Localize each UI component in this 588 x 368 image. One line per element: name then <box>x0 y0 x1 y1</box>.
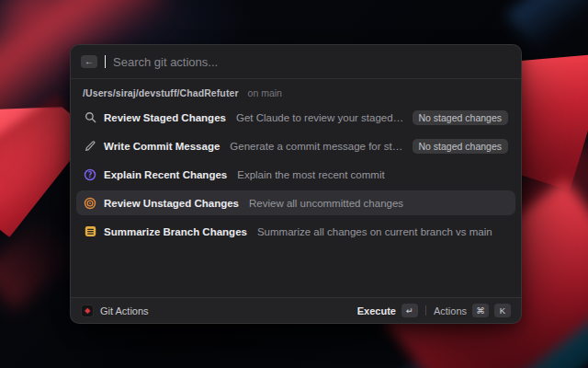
repo-branch: on main <box>248 87 282 98</box>
git-actions-app-icon: ◆ <box>81 305 94 317</box>
list-item[interactable]: Review Unstaged Changes Review all uncom… <box>76 190 515 215</box>
item-status-badge: No staged changes <box>413 110 508 125</box>
footer-shortcuts: Execute ↵ Actions ⌘ K <box>357 304 511 317</box>
text-caret <box>105 55 106 68</box>
target-icon <box>84 197 96 210</box>
pencil-icon <box>84 140 96 153</box>
search-header: ← <box>71 45 521 79</box>
list-item[interactable]: Review Staged Changes Get Claude to revi… <box>76 105 515 130</box>
action-list: Review Staged Changes Get Claude to revi… <box>71 103 521 297</box>
repo-path: /Users/siraj/devstuff/ChadRefuter <box>83 87 239 98</box>
search-icon <box>84 111 96 124</box>
item-description: Explain the most recent commit <box>237 169 384 180</box>
k-keycap: K <box>494 304 511 317</box>
item-description: Get Claude to review your staged changes <box>236 112 405 123</box>
item-title: Explain Recent Changes <box>104 169 227 180</box>
item-description: Summarize all changes on current branch … <box>257 226 492 237</box>
list-item[interactable]: ? Explain Recent Changes Explain the mos… <box>76 162 515 187</box>
item-title: Write Commit Message <box>104 141 220 152</box>
list-item[interactable]: Summarize Branch Changes Summarize all c… <box>76 219 515 244</box>
execute-button[interactable]: Execute <box>357 305 396 316</box>
command-palette-window: ← /Users/siraj/devstuff/ChadRefuter on m… <box>70 44 522 324</box>
command-keycap: ⌘ <box>472 304 489 317</box>
back-button[interactable]: ← <box>81 55 97 68</box>
item-title: Review Unstaged Changes <box>104 198 239 209</box>
enter-keycap: ↵ <box>401 304 418 317</box>
search-input[interactable] <box>113 55 511 69</box>
item-title: Summarize Branch Changes <box>104 226 247 237</box>
footer-bar: ◆ Git Actions Execute ↵ Actions ⌘ K <box>71 297 521 323</box>
footer-divider <box>425 305 426 316</box>
list-icon <box>84 225 96 238</box>
item-title: Review Staged Changes <box>104 112 226 123</box>
actions-menu-button[interactable]: Actions <box>434 305 467 316</box>
list-item[interactable]: Write Commit Message Generate a commit m… <box>76 133 515 158</box>
item-description: Generate a commit message for staged cha… <box>230 141 404 152</box>
svg-text:?: ? <box>88 170 93 178</box>
item-description: Review all uncommitted changes <box>249 198 403 209</box>
repo-context-bar: /Users/siraj/devstuff/ChadRefuter on mai… <box>71 79 521 103</box>
item-status-badge: No staged changes <box>413 139 508 154</box>
footer-app-label: Git Actions <box>100 305 149 316</box>
question-circle-icon: ? <box>84 168 96 181</box>
